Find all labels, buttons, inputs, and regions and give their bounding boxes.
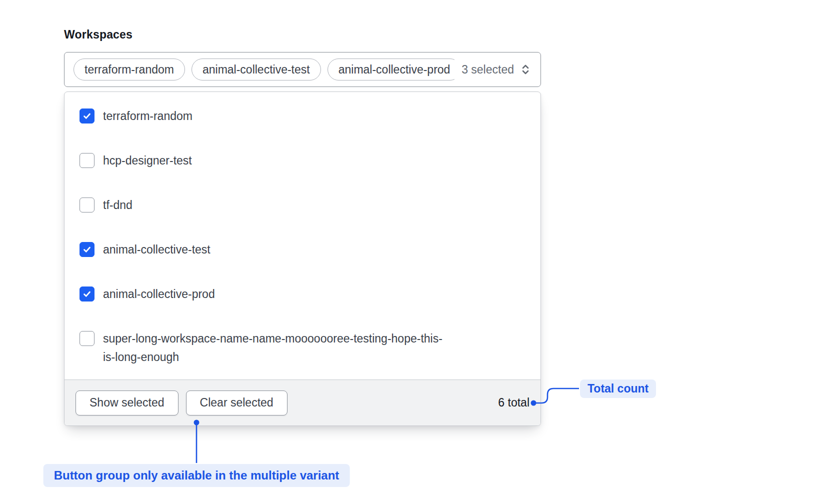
option-row[interactable]: hcp-designer-test — [80, 138, 526, 183]
option-row[interactable]: animal-collective-prod — [80, 272, 526, 316]
options-list: terraform-random hcp-designer-test — [64, 92, 540, 380]
checkmark-icon — [82, 244, 92, 254]
selected-count-text: 3 selected — [462, 63, 514, 76]
option-checkbox[interactable] — [80, 108, 94, 124]
option-row[interactable]: super-long-workspace-name-name-moooooore… — [80, 316, 526, 380]
option-label: tf-dnd — [103, 196, 132, 214]
option-checkbox[interactable] — [80, 331, 94, 346]
multiselect-trigger[interactable]: terraform-randomanimal-collective-testan… — [64, 52, 541, 87]
option-checkbox[interactable] — [80, 242, 94, 257]
total-count-text: 6 total — [498, 396, 530, 410]
show-selected-button[interactable]: Show selected — [76, 390, 178, 416]
selected-count: 3 selected — [462, 63, 532, 76]
selected-tag: animal-collective-test — [192, 58, 321, 80]
option-checkbox[interactable] — [80, 153, 94, 168]
option-label: hcp-designer-test — [103, 152, 192, 170]
option-row[interactable]: terraform-random — [80, 94, 526, 138]
workspaces-label: Workspaces — [64, 28, 541, 42]
option-checkbox[interactable] — [80, 286, 94, 302]
option-label: animal-collective-test — [103, 240, 210, 259]
option-row[interactable]: animal-collective-test — [80, 228, 526, 272]
checkmark-icon — [82, 289, 92, 299]
selected-tag: terraform-random — [74, 58, 185, 80]
option-row[interactable]: tf-dnd — [80, 183, 526, 228]
annotation-button-group: Button group only available in the multi… — [44, 464, 350, 487]
selected-tag: animal-collective-prod — [328, 58, 454, 80]
selected-tag-rail: terraform-randomanimal-collective-testan… — [74, 58, 454, 80]
option-checkbox[interactable] — [80, 198, 94, 212]
listbox-footer: Show selected Clear selected 6 total — [64, 380, 540, 426]
super-select-component: Workspaces terraform-randomanimal-collec… — [64, 28, 541, 426]
clear-selected-button[interactable]: Clear selected — [186, 390, 288, 416]
option-label: super-long-workspace-name-name-moooooore… — [103, 330, 448, 366]
dropdown-listbox: terraform-random hcp-designer-test — [64, 92, 541, 426]
annotation-total-count: Total count — [580, 380, 656, 398]
option-label: animal-collective-prod — [103, 285, 215, 304]
checkmark-icon — [82, 111, 92, 121]
option-label: terraform-random — [103, 107, 192, 126]
chevron-up-down-icon — [520, 63, 532, 76]
